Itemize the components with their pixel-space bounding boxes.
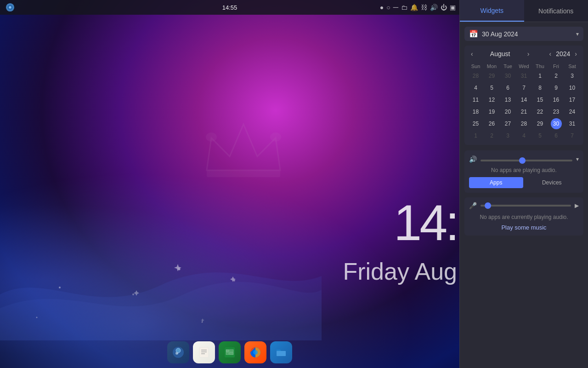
calendar-day[interactable]: 18 — [470, 106, 481, 117]
calendar-day[interactable]: 7 — [567, 130, 578, 141]
calendar-nav: ‹ August › ‹ 2024 › — [468, 49, 580, 58]
calendar-day[interactable]: 9 — [551, 82, 562, 93]
calendar-day-headers: Sun Mon Tue Wed Thu Fri Sat — [468, 62, 580, 70]
audio-tab-devices[interactable]: Devices — [525, 177, 579, 188]
minimize-icon[interactable]: ─ — [393, 3, 398, 12]
link-icon[interactable]: ⛓ — [421, 4, 427, 11]
calendar-day[interactable]: 2 — [551, 70, 562, 81]
calendar-day[interactable]: 26 — [486, 118, 498, 129]
date-header-dropdown-icon[interactable]: ▾ — [576, 31, 579, 37]
mic-expand-icon[interactable]: ▶ — [575, 202, 579, 209]
dock-item-firefox[interactable] — [244, 341, 266, 363]
mic-row: 🎤 ▶ — [469, 202, 579, 209]
volume-icon[interactable]: 🔊 — [430, 4, 438, 11]
calendar-day[interactable]: 6 — [503, 82, 514, 93]
audio-tab-apps[interactable]: Apps — [469, 177, 523, 188]
svg-point-5 — [36, 317, 38, 318]
calendar-day[interactable]: 13 — [503, 94, 514, 105]
prev-year-button[interactable]: ‹ — [547, 49, 554, 58]
volume-slider[interactable] — [481, 160, 572, 161]
taskbar-logo[interactable] — [6, 3, 15, 12]
day-header-wed: Wed — [516, 62, 531, 70]
volume-slider-container — [481, 155, 572, 163]
calendar-day[interactable]: 24 — [567, 106, 578, 117]
date-header[interactable]: 📅 30 Aug 2024 ▾ — [464, 27, 583, 41]
calendar-day[interactable]: 31 — [519, 70, 530, 81]
day-header-mon: Mon — [484, 62, 499, 70]
calendar-day[interactable]: 30 — [503, 70, 514, 81]
calendar-day[interactable]: 20 — [503, 106, 514, 117]
calendar-day[interactable]: 22 — [535, 106, 546, 117]
calendar-day[interactable]: 25 — [470, 118, 481, 129]
application-dock — [161, 341, 299, 363]
calendar-day[interactable]: 3 — [567, 70, 578, 81]
svg-rect-25 — [229, 352, 233, 355]
audio-tabs: Apps Devices — [469, 177, 579, 188]
right-panel: Widgets Notifications 📅 30 Aug 2024 ▾ ‹ … — [459, 0, 588, 368]
svg-rect-28 — [277, 351, 286, 356]
calendar-day[interactable]: 28 — [519, 118, 530, 129]
day-header-sun: Sun — [468, 62, 483, 70]
calendar-day[interactable]: 6 — [551, 130, 562, 141]
calendar-day[interactable]: 11 — [470, 94, 481, 105]
bell-icon[interactable]: 🔔 — [410, 4, 418, 11]
screen-icon[interactable]: ▣ — [450, 4, 456, 11]
calendar-day[interactable]: 14 — [519, 94, 530, 105]
calendar-day[interactable]: 1 — [470, 130, 481, 141]
calendar-day[interactable]: 19 — [486, 106, 498, 117]
folder-icon[interactable]: 🗀 — [401, 4, 407, 11]
calendar-day[interactable]: 17 — [567, 94, 578, 105]
svg-rect-24 — [226, 352, 229, 355]
taskbar: 14:55 ● ○ ─ 🗀 🔔 ⛓ 🔊 ⏻ ▣ — [0, 0, 459, 15]
calendar-day[interactable]: 12 — [486, 94, 498, 105]
tab-widgets[interactable]: Widgets — [460, 0, 524, 22]
calendar-day[interactable]: 23 — [551, 106, 562, 117]
dock-item-steam[interactable] — [167, 341, 189, 363]
desktop-clock: 14: — [394, 193, 457, 252]
calendar-day[interactable]: 15 — [535, 94, 546, 105]
volume-dropdown-icon[interactable]: ▾ — [576, 156, 579, 162]
calendar-year-nav: ‹ 2024 › — [547, 49, 580, 58]
taskbar-right-icons: ● ○ ─ 🗀 🔔 ⛓ 🔊 ⏻ ▣ — [380, 3, 456, 12]
next-year-button[interactable]: › — [572, 49, 580, 58]
calendar-day[interactable]: 31 — [567, 118, 578, 129]
calendar-day[interactable]: 29 — [535, 118, 546, 129]
calendar-day[interactable]: 2 — [486, 130, 498, 141]
no-playing-text: No apps are currently playing audio. — [469, 214, 579, 220]
microphone-icon: 🎤 — [469, 202, 477, 209]
calendar-day[interactable]: 10 — [567, 82, 578, 93]
calendar-day[interactable]: 1 — [535, 70, 546, 81]
play-music-link[interactable]: Play some music — [469, 224, 579, 231]
calendar-day[interactable]: 30 — [551, 118, 562, 129]
calendar-days-grid: 2829303112345678910111213141516171819202… — [468, 70, 580, 141]
volume-section: 🔊 ▾ No apps are playing audio. Apps Devi… — [464, 150, 583, 193]
calendar-month: August — [490, 50, 510, 58]
calendar-day[interactable]: 5 — [486, 82, 498, 93]
calendar-day[interactable]: 16 — [551, 94, 562, 105]
next-month-button[interactable]: › — [525, 49, 532, 58]
svg-point-6 — [132, 293, 134, 295]
dock-item-sheets[interactable] — [219, 341, 241, 363]
mic-slider[interactable] — [481, 205, 571, 207]
prev-month-button[interactable]: ‹ — [468, 49, 476, 58]
calendar-day[interactable]: 8 — [535, 82, 546, 93]
calendar-day[interactable]: 28 — [470, 70, 481, 81]
desktop-date: Friday Aug — [343, 258, 457, 285]
calendar-day[interactable]: 7 — [519, 82, 530, 93]
svg-rect-10 — [207, 170, 280, 177]
day-header-sat: Sat — [565, 62, 580, 70]
calendar-day[interactable]: 4 — [470, 82, 481, 93]
dock-item-notes[interactable] — [193, 341, 215, 363]
svg-point-27 — [253, 350, 258, 355]
tab-notifications[interactable]: Notifications — [524, 0, 588, 22]
calendar-day[interactable]: 21 — [519, 106, 530, 117]
dock-item-files[interactable] — [270, 341, 292, 363]
calendar-day[interactable]: 3 — [503, 130, 514, 141]
calendar-day[interactable]: 4 — [519, 130, 530, 141]
no-audio-text: No apps are playing audio. — [469, 167, 579, 173]
calendar-day[interactable]: 5 — [535, 130, 546, 141]
calendar-day[interactable]: 27 — [503, 118, 514, 129]
calendar-day[interactable]: 29 — [486, 70, 498, 81]
crown-watermark — [198, 115, 289, 184]
power-icon[interactable]: ⏻ — [441, 4, 447, 11]
